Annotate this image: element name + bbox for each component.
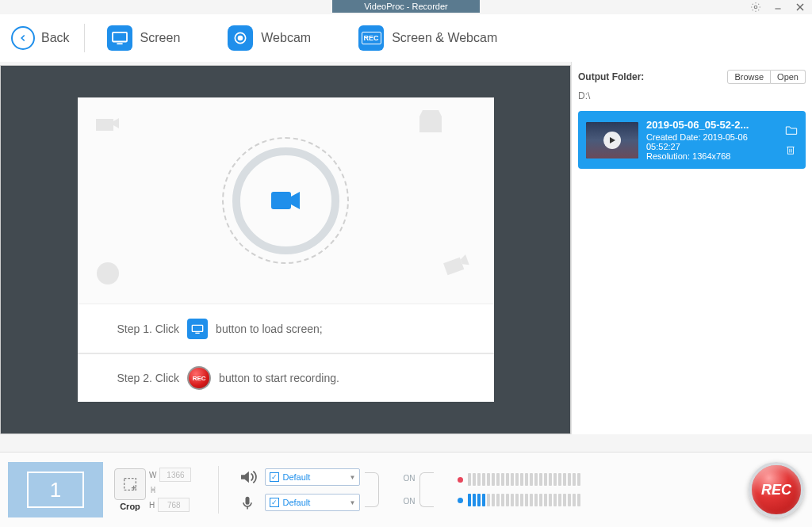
screen-webcam-label: Screen & Webcam <box>392 31 497 45</box>
monitor-selector[interactable]: 1 <box>8 462 103 517</box>
height-label: H <box>149 501 155 510</box>
crop-label: Crop <box>120 502 140 511</box>
svg-marker-9 <box>113 118 119 128</box>
speaker-value: Default <box>282 472 310 482</box>
speaker-select[interactable]: ✓ Default ▼ <box>265 468 360 486</box>
screen-icon <box>107 25 132 51</box>
output-folder-path: D:\ <box>578 90 806 101</box>
level-dot-icon <box>458 498 463 503</box>
film-deco-icon <box>415 109 446 137</box>
lens-deco-icon <box>94 259 122 288</box>
recording-item[interactable]: 2019-05-06_05-52-2... Created Date: 2019… <box>578 111 806 169</box>
check-icon: ✓ <box>270 498 279 507</box>
bracket-deco <box>365 472 379 507</box>
svg-rect-4 <box>113 32 127 42</box>
step1-screen-icon <box>187 319 208 339</box>
folder-open-icon[interactable] <box>785 124 798 137</box>
height-value[interactable]: 768 <box>158 498 190 512</box>
svg-rect-15 <box>271 192 291 209</box>
link-icon[interactable] <box>149 485 157 495</box>
check-icon: ✓ <box>270 472 279 482</box>
svg-rect-20 <box>788 147 794 154</box>
recording-resolution: Resolution: 1364x768 <box>646 151 777 161</box>
step-2-row: Step 2. Click REC button to start record… <box>78 353 494 402</box>
bracket-deco <box>419 472 434 507</box>
svg-rect-28 <box>246 497 250 505</box>
svg-point-12 <box>97 262 119 285</box>
rec-icon: REC <box>358 25 384 51</box>
close-icon[interactable] <box>795 2 806 13</box>
mic-state[interactable]: ON <box>403 497 415 506</box>
svg-marker-16 <box>291 192 300 209</box>
screen-label: Screen <box>140 31 181 45</box>
minimize-icon[interactable] <box>772 2 783 13</box>
browse-button[interactable]: Browse <box>727 70 771 84</box>
title-bar: VideoProc - Recorder <box>0 0 812 14</box>
webcam-icon <box>228 25 253 51</box>
recording-title: 2019-05-06_05-52-2... <box>646 119 777 131</box>
step2-text-a: Step 2. Click <box>117 372 180 384</box>
cam-deco-icon <box>437 247 473 284</box>
speaker-state[interactable]: ON <box>403 474 415 483</box>
camera-placeholder <box>222 137 349 264</box>
webcam-label: Webcam <box>261 31 311 45</box>
output-sidebar: Output Folder: Browse Open D:\ 2019-05-0… <box>571 62 812 434</box>
chevron-down-icon: ▼ <box>350 499 356 506</box>
preview-area: Step 1. Click button to load screen; Ste… <box>0 65 571 434</box>
chevron-down-icon: ▼ <box>350 474 356 481</box>
step2-rec-icon: REC <box>187 366 211 390</box>
step1-text-a: Step 1. Click <box>117 323 180 335</box>
svg-marker-27 <box>241 472 249 483</box>
crop-button[interactable] <box>114 468 146 500</box>
mode-webcam[interactable]: Webcam <box>220 22 319 54</box>
step-1-row: Step 1. Click button to load screen; <box>78 304 494 353</box>
speaker-level[interactable] <box>458 473 580 486</box>
divider <box>218 466 219 514</box>
play-icon <box>603 132 621 149</box>
svg-point-0 <box>754 6 757 9</box>
step1-text-b: button to load screen; <box>216 323 323 335</box>
microphone-icon <box>239 495 257 510</box>
delete-icon[interactable] <box>785 143 798 156</box>
output-folder-label: Output Folder: <box>578 71 644 82</box>
settings-icon[interactable] <box>750 2 761 13</box>
camera-deco-icon <box>92 112 121 134</box>
svg-marker-19 <box>610 137 615 143</box>
svg-rect-13 <box>443 258 464 276</box>
mode-screen-webcam[interactable]: REC Screen & Webcam <box>350 22 505 54</box>
back-arrow-icon <box>11 26 35 50</box>
back-button[interactable]: Back <box>11 26 70 50</box>
camera-icon <box>270 189 301 212</box>
speaker-icon <box>239 470 257 484</box>
svg-rect-10 <box>419 116 442 132</box>
svg-marker-11 <box>419 110 442 116</box>
svg-rect-17 <box>192 325 202 331</box>
back-label: Back <box>41 31 70 45</box>
divider <box>84 24 85 52</box>
step2-text-b: button to start recording. <box>219 372 339 384</box>
mic-level[interactable] <box>458 494 580 506</box>
level-dot-icon <box>458 477 463 483</box>
window-title: VideoProc - Recorder <box>332 0 480 13</box>
recording-thumbnail[interactable] <box>586 122 638 158</box>
monitor-count: 1 <box>27 472 84 508</box>
svg-point-7 <box>239 36 243 40</box>
width-value[interactable]: 1366 <box>159 468 191 482</box>
mic-select[interactable]: ✓ Default ▼ <box>265 494 360 511</box>
svg-rect-8 <box>96 119 113 131</box>
recording-created: Created Date: 2019-05-06 05:52:27 <box>646 132 777 151</box>
open-button[interactable]: Open <box>771 70 806 84</box>
mode-screen[interactable]: Screen <box>99 22 189 54</box>
mic-value: Default <box>282 498 310 507</box>
bottom-bar: 1 Crop W 1366 H 768 ✓ <box>0 452 812 527</box>
main-toolbar: Back Screen Webcam REC Screen & Webcam <box>0 14 812 62</box>
record-button[interactable]: REC <box>749 462 804 517</box>
width-label: W <box>149 471 156 479</box>
